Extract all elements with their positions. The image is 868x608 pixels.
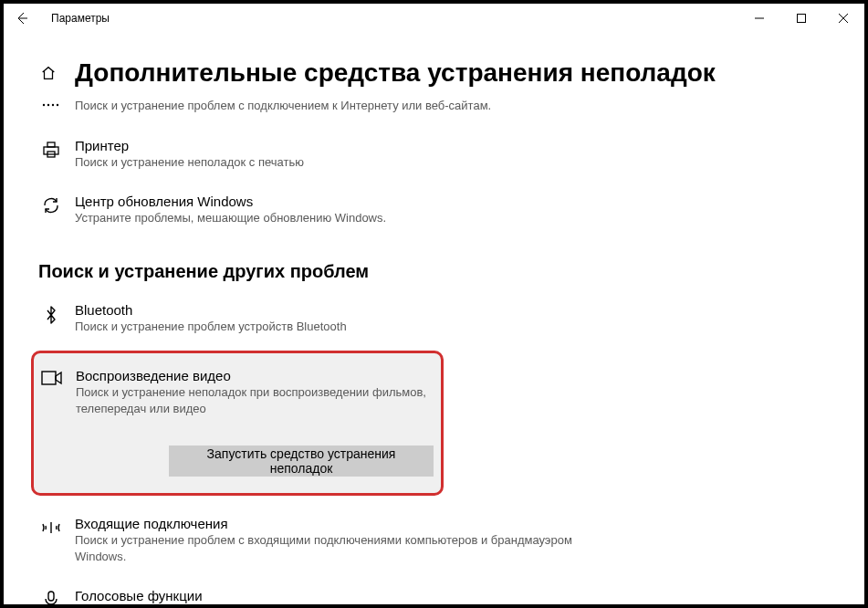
item-title: Bluetooth <box>75 302 347 318</box>
troubleshoot-item-voice[interactable]: Голосовые функции <box>38 584 864 604</box>
svg-point-6 <box>47 104 49 106</box>
svg-rect-9 <box>44 147 58 154</box>
svg-point-8 <box>57 104 58 106</box>
settings-window: Параметры Дополнительные средства устран… <box>4 4 864 604</box>
item-title: Воспроизведение видео <box>76 368 428 383</box>
svg-point-7 <box>52 104 54 106</box>
window-title: Параметры <box>40 12 110 25</box>
troubleshoot-item-video-playback-selected: Воспроизведение видео Поиск и устранение… <box>31 351 444 496</box>
home-icon[interactable] <box>38 65 58 81</box>
troubleshoot-item-video-playback[interactable]: Воспроизведение видео Поиск и устранение… <box>39 364 428 420</box>
item-title: Голосовые функции <box>75 588 203 603</box>
svg-rect-14 <box>48 592 54 601</box>
item-desc: Поиск и устранение проблем устройств Blu… <box>75 319 347 335</box>
svg-point-5 <box>43 104 45 106</box>
internet-icon <box>38 97 64 111</box>
bluetooth-icon <box>38 302 64 326</box>
troubleshoot-item-windows-update[interactable]: Центр обновления Windows Устраните пробл… <box>38 190 864 230</box>
item-desc: Поиск и устранение проблем с входящими п… <box>75 532 586 564</box>
titlebar: Параметры <box>4 4 864 33</box>
svg-rect-10 <box>47 142 55 147</box>
troubleshoot-item-incoming-connections[interactable]: Входящие подключения Поиск и устранение … <box>38 512 864 568</box>
troubleshoot-item-bluetooth[interactable]: Bluetooth Поиск и устранение проблем уст… <box>38 299 864 339</box>
microphone-icon <box>38 588 64 604</box>
troubleshoot-item-printer[interactable]: Принтер Поиск и устранение неполадок с п… <box>38 134 864 174</box>
item-desc: Устраните проблемы, мешающие обновлению … <box>75 210 386 226</box>
item-desc: Поиск и устранение неполадок при воспрои… <box>76 384 428 416</box>
section-heading-other: Поиск и устранение других проблем <box>38 261 864 282</box>
incoming-connections-icon <box>38 516 64 538</box>
minimize-button[interactable] <box>738 4 780 33</box>
video-icon <box>39 368 65 386</box>
item-desc: Поиск и устранение неполадок с печатью <box>75 154 304 171</box>
svg-rect-12 <box>42 372 56 384</box>
svg-rect-2 <box>798 15 806 23</box>
back-button[interactable] <box>4 4 40 33</box>
troubleshoot-item-internet[interactable]: Поиск и устранение проблем с подключение… <box>38 93 864 118</box>
run-troubleshooter-button[interactable]: Запустить средство устранения неполадок <box>169 446 434 477</box>
item-title: Центр обновления Windows <box>75 194 386 209</box>
printer-icon <box>38 138 64 160</box>
maximize-button[interactable] <box>780 4 822 33</box>
item-title: Принтер <box>75 138 304 153</box>
content-area: Дополнительные средства устранения непол… <box>4 58 864 604</box>
item-desc: Поиск и устранение проблем с подключение… <box>75 98 491 114</box>
page-title: Дополнительные средства устранения непол… <box>75 58 716 88</box>
close-button[interactable] <box>822 4 864 33</box>
item-title: Входящие подключения <box>75 516 586 531</box>
update-icon <box>38 194 64 215</box>
